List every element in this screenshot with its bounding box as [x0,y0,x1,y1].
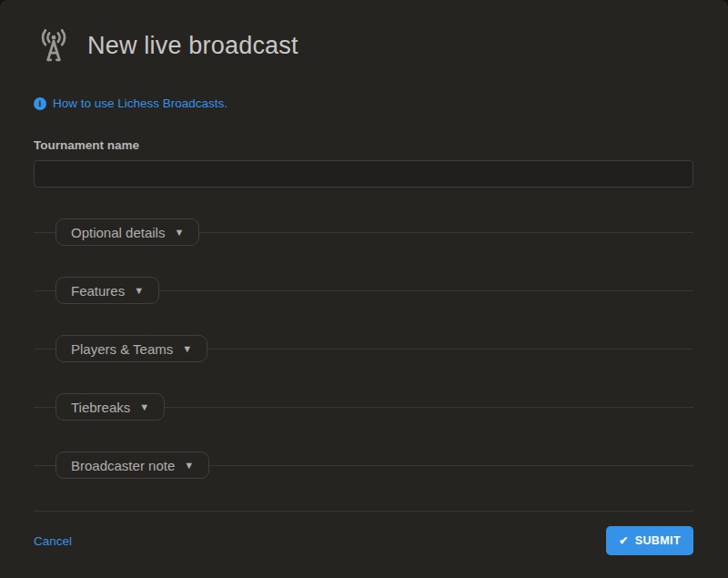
submit-button[interactable]: ✔ SUBMIT [606,526,693,555]
page-header: New live broadcast [34,25,693,66]
cancel-link[interactable]: Cancel [34,534,72,548]
chevron-down-icon: ▼ [184,461,194,471]
section-toggle-label: Features [71,283,125,299]
collapsible-section: Players & Teams ▼ [34,335,693,362]
collapsible-section: Features ▼ [34,277,693,304]
tournament-name-label: Tournament name [34,138,693,152]
collapsible-sections: Optional details ▼ Features ▼ Players & … [34,218,693,479]
section-toggle-label: Tiebreaks [71,400,130,415]
help-link-label: How to use Lichess Broadcasts. [53,96,228,110]
check-icon: ✔ [619,535,628,546]
section-toggle[interactable]: Optional details ▼ [56,218,199,246]
tournament-name-input[interactable] [34,160,693,188]
info-icon: i [34,97,46,110]
chevron-down-icon: ▼ [134,286,144,296]
page-title: New live broadcast [87,32,298,60]
section-toggle[interactable]: Broadcaster note ▼ [56,451,209,479]
submit-button-label: SUBMIT [635,534,681,547]
help-link[interactable]: i How to use Lichess Broadcasts. [34,96,228,110]
section-toggle[interactable]: Players & Teams ▼ [56,335,207,362]
collapsible-section: Optional details ▼ [34,218,693,246]
chevron-down-icon: ▼ [139,402,149,412]
section-toggle-label: Broadcaster note [71,458,175,473]
collapsible-section: Broadcaster note ▼ [34,451,693,479]
section-toggle-label: Optional details [71,225,165,240]
collapsible-section: Tiebreaks ▼ [34,393,693,421]
broadcast-tower-icon [34,25,74,66]
chevron-down-icon: ▼ [174,228,184,238]
section-toggle[interactable]: Features ▼ [56,277,159,304]
tournament-name-group: Tournament name [34,138,693,188]
new-broadcast-page: New live broadcast i How to use Lichess … [0,0,728,578]
chevron-down-icon: ▼ [182,344,192,354]
footer: Cancel ✔ SUBMIT [34,526,693,555]
section-toggle[interactable]: Tiebreaks ▼ [56,393,165,421]
section-toggle-label: Players & Teams [71,341,173,357]
footer-divider [34,511,693,512]
